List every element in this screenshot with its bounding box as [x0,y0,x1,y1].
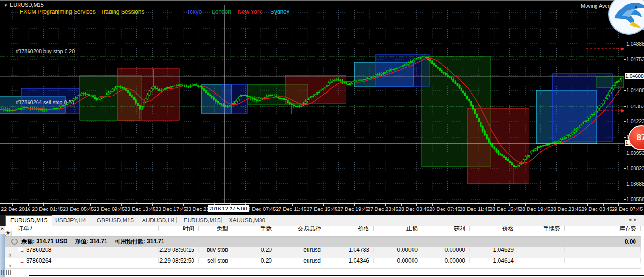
time-axis-label: 27 Dec 07:45 [245,206,276,212]
price-axis-label: 1.03688 [626,181,644,187]
chart-tab-eurusd-m15[interactable]: EURUSD,M15 [5,215,52,226]
session-box-newyork [467,108,529,184]
legend-sydney: Sydney [270,9,289,15]
delete-order-button[interactable]: × [9,252,12,258]
time-axis-label: 23 Dec 17:45 [155,206,186,212]
time-axis-label: 28 Dec 19:45 [519,206,550,212]
balance-icon [11,239,18,245]
column-header[interactable]: 获利 [5,231,16,237]
free-margin-value: 可用预付款: 314.71 [115,238,164,246]
background-window-edge [29,275,644,276]
column-header[interactable]: 库存费 [565,226,641,231]
table-row[interactable]: 37860208 2016.12.29 08:50:16 buy stop 0.… [5,247,641,258]
legend-tokyo: Tokyo [187,9,202,15]
price-axis-label: 1.04753 [626,57,644,62]
chart-tab-xauusd-m30[interactable]: XAUUSD,M30 [224,216,270,225]
column-header[interactable]: 订单 / [16,226,159,231]
time-axis-label: 27 Dec 11:45 [276,206,307,212]
order-doc-icon [18,247,23,252]
chart-tab-eurusd-m15[interactable]: EURUSD,M15 [179,216,225,225]
price-axis-label: 1.03558 [626,196,644,202]
time-axis-label: 28 Dec 03:45 [398,206,429,212]
price-axis-label: 1.03953 [626,150,644,156]
price-axis-label: 1.04888 [626,41,644,47]
time-axis[interactable]: 22 Dec 201623 Dec 01:4523 Dec 05:4523 De… [0,203,644,215]
mt4-trading-platform: #37860208 buy stop 0.20#37860264 sell st… [0,0,644,277]
column-header[interactable]: 类型 [199,226,232,231]
orders-table-header[interactable]: 订单 /时间类型手数交易品种价格止损获利价格手续费库存费获利 [5,226,641,237]
column-header[interactable]: 价格 [470,226,518,231]
bid-price-box: 1.04608 [625,73,644,79]
legend-new-york: New York [238,9,262,15]
time-axis-label: 27 Dec 15:45 [307,206,337,212]
column-header[interactable]: 获利 [422,226,470,231]
browser-bird-logo-icon [607,0,644,37]
time-axis-label: 28 Dec 07:45 [429,206,460,212]
chart-tab-audusd-h4[interactable]: AUDUSD,H4 [137,216,180,225]
total-profit-value: 0.00 [625,239,636,245]
chart-tab-bar: ◀▶ EURUSD,M15USDJPY,H4GBPUSD,M15AUDUSD,H… [5,215,644,226]
time-axis-label: 22 Dec 2016 [1,206,30,212]
time-axis-label: 28 Dec 23:45 [550,206,581,212]
chart-tab-gbpusd-m15[interactable]: GBPUSD,M15 [92,216,138,225]
tab-scroll-arrows[interactable]: ◀▶ [628,217,640,222]
column-header[interactable]: 时间 [159,226,199,231]
balance-row: 余额: 314.71 USD 净值: 314.71 可用预付款: 314.71 … [5,237,641,247]
table-row[interactable]: 37860264 2016.12.29 08:52:50 sell stop 0… [5,258,641,269]
column-header[interactable]: 手续费 [518,226,565,231]
time-axis-label: 23 Dec 13:45 [125,206,155,212]
time-axis-label: 29 Dec 07:45 [612,206,643,212]
orders-table: 订单 /时间类型手数交易品种价格止损获利价格手续费库存费获利 余额: 314.7… [5,226,641,269]
time-axis-label: 28 Dec 15:45 [490,206,520,212]
time-axis-label: 23 Dec 05:45 [63,206,94,212]
session-box-tokyo [375,55,429,86]
time-axis-label: 27 Dec 19:45 [337,206,368,212]
time-axis-label: 28 Dec 11:45 [460,206,490,212]
price-axis-label: 1.04488 [626,87,644,93]
order-annotation: #37860208 buy stop 0.20 [16,48,75,54]
session-box-london [597,77,624,88]
indicator-title: FXCM Programming Services - Trading Sess… [20,9,144,15]
time-axis-label: 29 Dec 03:45 [581,206,612,212]
time-axis-label: 23 Dec 01:45 [32,206,63,212]
balance-value: 余额: 314.71 USD [21,238,67,246]
chart-symbol-label: ▼EURUSD,M15 [4,2,44,8]
price-axis-label: 1.03823 [626,165,644,171]
chevron-down-icon[interactable]: ▼ [4,3,8,8]
price-axis-label: 1.04353 [626,104,644,109]
price-chart[interactable]: #37860208 buy stop 0.20#37860264 sell st… [0,0,624,203]
time-axis-label: 23 Dec 09:45 [94,206,125,212]
price-axis-label: 1.04223 [626,118,644,124]
time-axis-label: 27 Dec 23:45 [367,206,398,212]
legend-london: London [212,9,231,15]
chart-tab-usdjpy-h4[interactable]: USDJPY,H4 [50,216,90,225]
background-window-fragment [1,270,13,275]
equity-value: 净值: 314.71 [75,238,107,246]
column-header[interactable] [5,226,16,231]
panel-left-edge [0,215,5,226]
crosshair-time-box: 2016.12.27 5:00 [208,205,249,212]
column-header[interactable]: 手数 [232,226,276,231]
window-top-edge [0,0,644,1]
column-header[interactable]: 价格 [325,226,374,231]
order-doc-icon [18,258,23,263]
terminal-panel: × ◀▶ EURUSD,M15USDJPY,H4GBPUSD,M15AUDUSD… [0,215,644,277]
column-header[interactable]: 交易品种 [276,226,325,231]
delete-order-button[interactable]: × [9,263,12,268]
column-header[interactable]: 止损 [374,226,422,231]
session-box-tokyo [221,84,247,113]
